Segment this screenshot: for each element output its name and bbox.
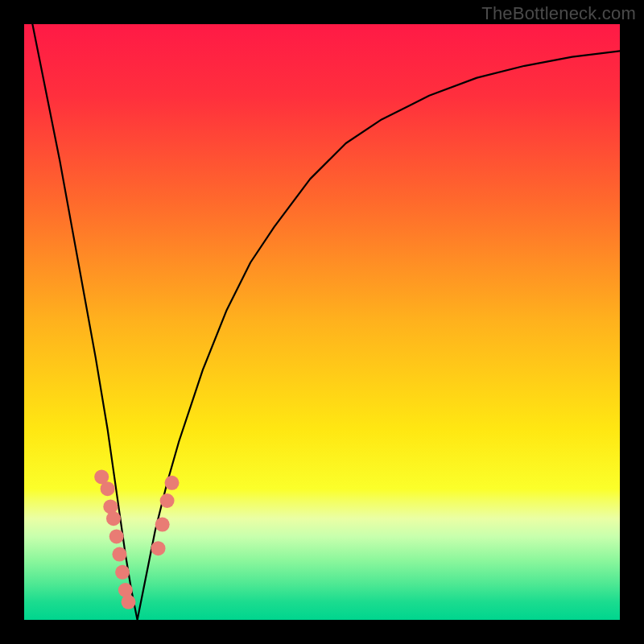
svg-point-12 bbox=[160, 493, 175, 508]
watermark-label: TheBottleneck.com bbox=[481, 3, 636, 24]
svg-point-7 bbox=[115, 565, 130, 580]
chart-frame: TheBottleneck.com bbox=[0, 0, 644, 644]
svg-point-13 bbox=[165, 476, 180, 490]
plot-area bbox=[24, 24, 620, 620]
svg-point-6 bbox=[112, 547, 126, 562]
svg-point-10 bbox=[151, 541, 166, 555]
svg-point-2 bbox=[101, 481, 115, 496]
bottleneck-chart bbox=[24, 24, 620, 620]
svg-point-11 bbox=[155, 518, 170, 532]
svg-point-5 bbox=[109, 529, 124, 543]
svg-point-4 bbox=[106, 511, 121, 526]
svg-point-9 bbox=[122, 595, 136, 609]
